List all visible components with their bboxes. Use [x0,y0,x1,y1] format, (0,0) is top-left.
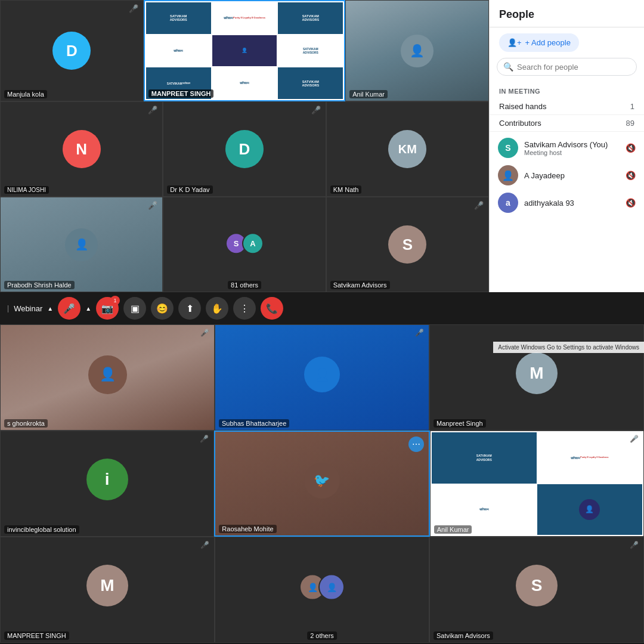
notification-badge: 1 [110,296,120,305]
avatar-drk: D [225,130,264,168]
name-tag-prabodh: Prabodh Shrish Halde [4,281,75,289]
name-tag-manpreet-m: Manpreet Singh [434,419,486,428]
participant-info-adithyakala: adithyakala 93 [524,199,620,208]
participant-name-satvikam: Satvikam Advisors (You) [524,140,620,149]
participant-mic-adithyakala: 🔇 [626,198,636,208]
name-tag-raosaheb: Raosaheb Mohite [219,525,276,533]
raise-hand-button[interactable]: ✋ [206,297,228,320]
add-person-icon: 👤+ [507,38,522,47]
name-tag-drk: Dr K D Yadav [167,185,212,194]
search-bar[interactable]: 🔍 [497,58,637,76]
participant-jayadeep[interactable]: 👤 A Jayadeep 🔇 [490,162,644,189]
mini-av-2: A [242,233,264,254]
webinar-label: Webinar [14,304,42,313]
name-tag-satvikam-adv: Satvikam Advisors [330,281,390,289]
avatar-satvikam3: S [516,565,558,606]
participant-name-adithyakala: adithyakala 93 [524,199,620,208]
name-tag-anil-top: Anil Kumar [349,90,388,98]
bottom-cell-raosaheb[interactable]: 🐦 ⋯ Raosaheb Mohite [214,431,429,537]
name-tag-satvikam3: Satvikam Advisors [434,631,493,640]
video-cell-prabodh[interactable]: 👤 🎤 Prabodh Shrish Halde [0,197,163,292]
mic-off-satvikam-adv: 🎤 [474,201,484,210]
participant-adithyakala[interactable]: a adithyakala 93 🔇 [490,189,644,216]
mic-off-prabodh: 🎤 [148,201,157,210]
video-cell-anil-top[interactable]: 👤 Anil Kumar [345,0,489,101]
video-cell-km[interactable]: KM KM Nath [326,101,489,197]
search-input[interactable] [517,63,630,72]
bottom-cell-anil2[interactable]: SATVIKAMADVISORS सात्विकमPurity II Loyal… [430,431,644,537]
name-tag-invincible: invincibleglobal solution [4,525,79,534]
raised-hands-label: Raised hands [499,102,547,111]
end-call-icon: 📞 [266,303,278,314]
toolbar-separator-left: | [7,304,9,312]
activate-windows-watermark: Activate Windows Go to Settings to activ… [493,342,644,353]
name-tag-anil2: Anil Kumar [434,525,472,534]
contributors-label: Contributors [499,119,541,128]
avatar-invincible: i [86,459,128,500]
bottom-cell-2others[interactable]: 👤 👤 2 others [215,537,429,643]
screen-share-button[interactable]: ▣ [123,297,146,320]
more-options-raosaheb[interactable]: ⋯ [408,436,424,452]
photo-anil: 👤 [346,1,488,101]
participant-satvikam[interactable]: S Satvikam Advisors (You) Meeting host 🔇 [490,134,644,162]
participant-name-jayadeep: A Jayadeep [524,171,620,180]
video-cell-satvikam-adv[interactable]: S 🎤 Satvikam Advisors [326,197,489,292]
mic-off-manjula: 🎤 [129,4,138,13]
add-people-button[interactable]: 👤+ + Add people [499,33,579,52]
camera-icon: 📷 [101,303,113,314]
video-cell-nilima[interactable]: N 🎤 NILIMA JOSHI [0,101,163,197]
participant-mic-jayadeep: 🔇 [626,171,636,180]
mic-off-nilima: 🎤 [148,106,157,114]
contributors-count: 89 [626,119,634,128]
video-cell-81others[interactable]: S A 81 others [163,197,326,292]
photo-subhas: 👤 [215,325,429,430]
mic-off-satvikam3: 🎤 [630,541,639,549]
avatar-km: KM [388,130,426,168]
add-people-label: + Add people [525,38,571,47]
bottom-cell-ghonkrokta[interactable]: 👤 🎤 s ghonkrokta [0,324,215,431]
camera-chevron[interactable]: ▲ [85,305,91,312]
bottom-row-3: M 🎤 MANPREET SINGH 👤 👤 2 others S 🎤 Satv… [0,537,644,643]
raised-hands-count: 1 [630,102,634,111]
mini-avatar-group: S A [225,233,264,254]
video-cell-manpreet-top[interactable]: SATVIKAMADVISORS सात्विकमPurity II Loyal… [144,0,345,101]
emoji-button[interactable]: 😊 [151,297,174,320]
mic-chevron[interactable]: ▲ [47,305,53,312]
photo-ghonkrokta: 👤 [1,325,214,430]
in-meeting-section: IN MEETING [490,82,644,98]
name-tag-manjula: Manjula kola [4,90,47,98]
more-options-button[interactable]: ⋮ [233,297,256,320]
camera-button[interactable]: 📷 1 [96,297,119,320]
raised-hands-row[interactable]: Raised hands 1 [490,98,644,115]
present-button[interactable]: ⬆ [178,297,201,320]
name-tag-km: KM Nath [330,185,362,194]
bottom-cell-manpreet-m[interactable]: M Manpreet Singh [429,324,644,431]
bottom-cell-subhas[interactable]: 👤 🎤 Subhas Bhattacharjee [215,324,429,431]
bottom-cell-satvikam3[interactable]: S 🎤 Satvikam Advisors [429,537,644,643]
name-tag-81others: 81 others [228,281,261,289]
stacked-av-2: 👤 [318,574,345,600]
video-cell-drk[interactable]: D 🎤 Dr K D Yadav [163,101,326,197]
video-cell-manjula[interactable]: D 🎤 Manjula kola [0,0,144,101]
name-tag-2others: 2 others [307,631,337,640]
search-icon: 🔍 [503,62,513,72]
end-call-button[interactable]: 📞 [261,297,283,320]
mic-off-anil2: 🎤 [630,435,639,443]
mic-button[interactable]: 🎤 [58,297,80,320]
avatar-manpreet-m: M [516,352,558,394]
participant-avatar-jayadeep: 👤 [498,165,518,185]
activate-text: Activate Windows Go to Settings to activ… [498,344,639,351]
bottom-cell-invincible[interactable]: i 🎤 invincibleglobal solution [0,431,214,537]
others-group: S A [225,233,264,254]
contributors-row[interactable]: Contributors 89 [490,115,644,132]
name-tag-nilima: NILIMA JOSHI [4,186,49,194]
bottom-cell-manpreet3[interactable]: M 🎤 MANPREET SINGH [0,537,215,643]
avatar-manpreet3: M [86,565,128,606]
toolbar: | Webinar ▲ 🎤 ▲ 📷 1 ▣ 😊 ⬆ ✋ ⋮ 📞 [0,292,489,324]
participant-list: S Satvikam Advisors (You) Meeting host 🔇… [490,132,644,292]
name-tag-subhas: Subhas Bhattacharjee [219,419,289,428]
photo-prabodh: 👤 [1,197,162,292]
panel-title: People [490,0,644,27]
mic-off-invincible: 🎤 [200,435,209,443]
avatar-nilima: N [63,130,101,168]
